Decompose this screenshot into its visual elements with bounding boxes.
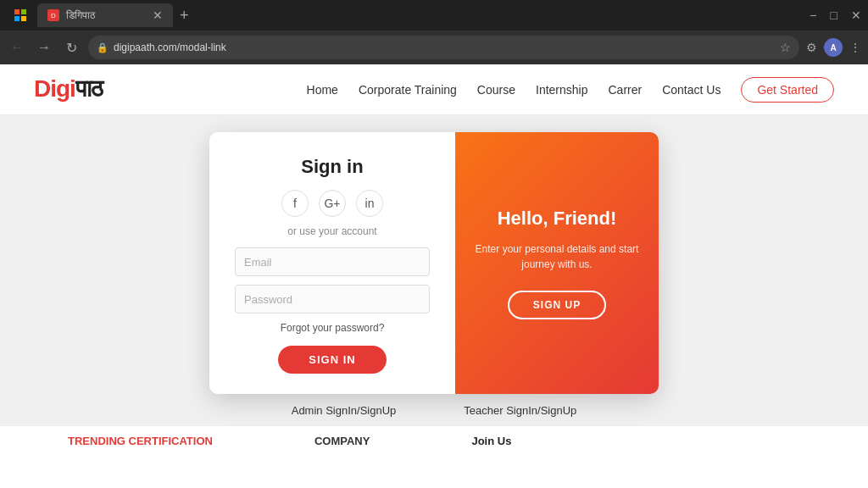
nav-carrer[interactable]: Carrer <box>608 83 642 97</box>
menu-icon[interactable]: ⋮ <box>849 41 861 54</box>
email-input[interactable] <box>235 247 430 276</box>
footer-certification-title: TRENDING CERTIFICATION <box>68 435 213 447</box>
browser-toolbar: ← → ↻ 🔒 digipaath.com/modal-link ☆ ⚙ A ⋮ <box>0 30 868 64</box>
svg-rect-2 <box>14 16 19 21</box>
footer-company-title: COMPANY <box>314 435 370 447</box>
ssl-lock-icon: 🔒 <box>97 42 108 53</box>
footer-join-title: Join Us <box>471 435 511 447</box>
footer-col-company: COMPANY <box>314 435 370 451</box>
site-logo: Digiपाठ <box>34 75 103 103</box>
logo-digi: Digi <box>34 75 75 102</box>
site-header: Digiपाठ Home Corporate Training Course I… <box>0 64 868 115</box>
address-bar[interactable]: 🔒 digipaath.com/modal-link ☆ <box>88 36 799 59</box>
nav-corporate-training[interactable]: Corporate Training <box>359 83 457 97</box>
site-footer: TRENDING CERTIFICATION COMPANY Join Us <box>0 425 868 473</box>
forward-button[interactable]: → <box>34 37 54 58</box>
svg-rect-1 <box>21 9 26 14</box>
forgot-password-link[interactable]: Forgot your password? <box>281 322 385 334</box>
extensions-icon[interactable]: ⚙ <box>806 41 817 54</box>
window-controls: − □ ✕ <box>810 8 861 22</box>
tab-close-icon[interactable]: ✕ <box>153 8 163 22</box>
site-main: Sign in f G+ in or use your account Forg… <box>0 115 868 425</box>
admin-signin-link[interactable]: Admin SignIn/SignUp <box>292 404 397 417</box>
nav-internship[interactable]: Internship <box>536 83 587 97</box>
reload-button[interactable]: ↻ <box>61 37 81 58</box>
modal-right-panel: Hello, Friend! Enter your personal detai… <box>455 132 659 394</box>
nav-course[interactable]: Course <box>477 83 515 97</box>
signup-button[interactable]: SIGN UP <box>508 291 606 319</box>
nav-links: Home Corporate Training Course Internshi… <box>307 77 834 103</box>
teacher-signin-link[interactable]: Teacher SignIn/SignUp <box>464 404 576 417</box>
social-icons-row: f G+ in <box>281 190 383 217</box>
linkedin-icon[interactable]: in <box>356 190 383 217</box>
minimize-icon[interactable]: − <box>810 8 816 22</box>
footer-col-join: Join Us <box>471 435 511 451</box>
signin-modal: Sign in f G+ in or use your account Forg… <box>209 132 659 394</box>
google-icon[interactable]: G+ <box>319 190 346 217</box>
website-content: Digiपाठ Home Corporate Training Course I… <box>0 64 868 488</box>
tab-title: डिगिपाठ <box>66 9 95 21</box>
facebook-icon[interactable]: f <box>281 190 309 217</box>
maximize-icon[interactable]: □ <box>831 8 837 22</box>
profile-avatar[interactable]: A <box>824 38 843 57</box>
get-started-button[interactable]: Get Started <box>741 77 834 103</box>
password-input[interactable] <box>235 285 430 313</box>
new-tab-button[interactable]: + <box>180 7 189 25</box>
address-text: digipaath.com/modal-link <box>114 42 775 53</box>
or-text: or use your account <box>287 225 376 237</box>
back-button[interactable]: ← <box>7 37 27 58</box>
modal-bottom-links: Admin SignIn/SignUp Teacher SignIn/SignU… <box>292 404 577 417</box>
signin-button[interactable]: SIGN IN <box>278 346 386 374</box>
svg-rect-0 <box>14 9 19 14</box>
svg-rect-3 <box>21 16 26 21</box>
win-start[interactable] <box>7 2 34 29</box>
modal-left-panel: Sign in f G+ in or use your account Forg… <box>209 132 455 394</box>
logo-path: पाठ <box>75 75 103 102</box>
hello-subtitle: Enter your personal details and start jo… <box>472 241 642 272</box>
bookmark-icon[interactable]: ☆ <box>780 41 791 54</box>
tab-favicon: D <box>47 9 59 21</box>
signin-title: Sign in <box>301 156 363 178</box>
toolbar-right-icons: ⚙ A ⋮ <box>806 38 861 57</box>
footer-col-certification: TRENDING CERTIFICATION <box>68 435 213 451</box>
nav-contact-us[interactable]: Contact Us <box>662 83 721 97</box>
browser-tab[interactable]: D डिगिपाठ ✕ <box>37 3 173 27</box>
browser-titlebar: D डिगिपाठ ✕ + − □ ✕ <box>0 0 868 30</box>
hello-title: Hello, Friend! <box>498 208 617 230</box>
close-icon[interactable]: ✕ <box>851 8 861 22</box>
nav-home[interactable]: Home <box>307 83 338 97</box>
